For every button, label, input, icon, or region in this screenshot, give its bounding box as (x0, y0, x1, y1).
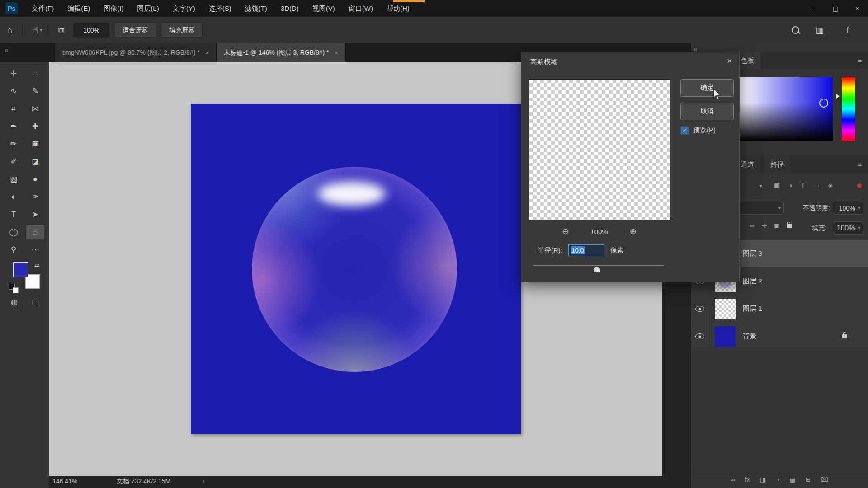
menu-select[interactable]: 选择(S) (202, 0, 238, 17)
share-icon[interactable]: ⇧ (840, 25, 856, 35)
ellipse-shape-tool[interactable]: ◯ (5, 225, 23, 239)
lock-all-icon[interactable] (787, 224, 792, 228)
radius-slider-thumb[interactable] (594, 267, 600, 272)
status-zoom-field[interactable]: 146.41% (52, 478, 77, 485)
fit-screen-button[interactable]: 适合屏幕 (114, 23, 156, 38)
screen-mode-rail-icon[interactable]: ▢ (32, 297, 39, 307)
panel-menu-icon[interactable]: ≡ (858, 56, 862, 65)
perspective-crop-tool[interactable]: ⋈ (26, 102, 44, 116)
blur-tool[interactable]: ● (26, 172, 44, 187)
filter-type-icon[interactable]: T (801, 182, 805, 189)
filter-shape-icon[interactable]: ▭ (813, 182, 819, 189)
close-tab-icon[interactable]: × (335, 49, 339, 56)
hue-slider-marker[interactable] (836, 94, 840, 99)
quick-selection-tool[interactable]: ✎ (26, 84, 44, 99)
zoom-tool[interactable]: ⚲ (5, 243, 23, 257)
menu-3d[interactable]: 3D(D) (274, 0, 306, 17)
adjustment-layer-icon[interactable]: ◑ (776, 476, 779, 483)
opacity-dropdown[interactable]: 100% ▾ (834, 202, 863, 215)
lasso-tool[interactable]: ∿ (5, 84, 23, 99)
eye-icon[interactable] (695, 306, 704, 312)
screen-mode-icon[interactable]: ⧉ (54, 25, 69, 35)
mixer-brush-tool[interactable]: ✐ (5, 155, 23, 169)
menu-window[interactable]: 窗口(W) (342, 0, 380, 17)
menu-file[interactable]: 文件(F) (25, 0, 61, 17)
preview-checkbox[interactable]: ✓ (680, 126, 689, 135)
type-tool[interactable]: T (5, 207, 23, 222)
hue-slider[interactable] (842, 77, 855, 141)
cancel-button[interactable]: 取消 (680, 103, 734, 120)
visibility-cell[interactable] (691, 323, 709, 350)
dialog-close-icon[interactable]: × (727, 56, 732, 66)
workspace-icon[interactable]: ▥ (811, 25, 828, 35)
swap-colors-icon[interactable]: ⇄ (34, 262, 39, 269)
panel-menu-icon[interactable]: ≡ (858, 160, 862, 169)
healing-brush-tool[interactable]: ✚ (26, 119, 44, 134)
zoom-out-icon[interactable]: ⊖ (562, 226, 569, 236)
collapse-panel-icon[interactable]: « (5, 46, 8, 54)
document-tab-2[interactable]: 未标题-1 @ 146% (图层 3, RGB/8#) * × (217, 43, 346, 62)
layer-effects-icon[interactable]: fx (745, 476, 750, 483)
chevron-down-icon[interactable]: ▾ (760, 183, 762, 189)
minimize-button[interactable]: – (803, 0, 825, 17)
blend-mode-dropdown[interactable]: ▾ (732, 202, 784, 215)
filter-pixel-icon[interactable]: ▦ (774, 182, 780, 189)
status-expand-icon[interactable]: › (203, 477, 205, 484)
move-tool[interactable]: ✛ (5, 66, 23, 81)
fill-dropdown[interactable]: 100% ▾ (834, 221, 863, 235)
eyedropper-tool[interactable]: ✒ (5, 119, 23, 134)
eraser-tool[interactable]: ◪ (26, 155, 44, 169)
delete-layer-icon[interactable]: ⌧ (821, 476, 828, 483)
layer-thumbnail[interactable] (715, 326, 736, 347)
color-picker-marker[interactable] (819, 99, 828, 108)
restore-button[interactable]: ▢ (825, 0, 846, 17)
menu-help[interactable]: 帮助(H) (380, 0, 416, 17)
document-canvas[interactable] (191, 104, 521, 434)
quick-mask-icon[interactable]: ◍ (11, 297, 18, 307)
visibility-cell[interactable] (691, 295, 709, 323)
document-tab-1[interactable]: timgNW606KPL.jpg @ 80.7% (图层 2, RGB/8#) … (55, 43, 217, 62)
lock-artboard-icon[interactable]: ▣ (774, 222, 779, 230)
layer-group-icon[interactable]: ▤ (790, 476, 796, 483)
path-selection-tool[interactable]: ➤ (26, 207, 44, 222)
layer-thumbnail[interactable] (715, 299, 736, 319)
tab-paths[interactable]: 路径 (764, 155, 790, 174)
pen-tool[interactable]: ✑ (26, 190, 44, 204)
zoom-100-button[interactable]: 100% (73, 23, 109, 38)
chevron-down-icon[interactable]: ▾ (40, 27, 42, 33)
clone-stamp-tool[interactable]: ▣ (26, 137, 44, 151)
color-picker-square[interactable] (740, 77, 833, 141)
crop-tool[interactable]: ⌗ (5, 102, 23, 116)
zoom-in-icon[interactable]: ⊕ (630, 226, 637, 236)
layer-row-background[interactable]: 背景 (691, 323, 868, 350)
new-layer-icon[interactable]: ⊞ (806, 476, 811, 483)
layer-mask-icon[interactable]: ◨ (760, 476, 766, 483)
gradient-tool[interactable]: ▧ (5, 172, 23, 187)
fill-screen-button[interactable]: 填充屏幕 (161, 23, 203, 38)
ok-button[interactable]: 确定 (680, 79, 734, 97)
more-tools-icon[interactable]: ⋯ (26, 243, 44, 257)
menu-edit[interactable]: 编辑(E) (61, 0, 97, 17)
menu-filter[interactable]: 滤镜(T) (238, 0, 274, 17)
layer-row-layer1[interactable]: 图层 1 (691, 295, 868, 323)
lock-paint-icon[interactable]: ✏ (750, 222, 755, 230)
filter-adjustment-icon[interactable]: ◑ (788, 182, 792, 189)
menu-image[interactable]: 图像(I) (97, 0, 130, 17)
radius-input[interactable]: 10.0 (568, 244, 604, 256)
radius-slider-track[interactable] (533, 265, 664, 266)
link-layers-icon[interactable]: ∞ (731, 476, 735, 483)
eye-icon[interactable] (695, 333, 704, 339)
blur-preview-box[interactable] (529, 79, 670, 220)
menu-view[interactable]: 视图(V) (306, 0, 342, 17)
default-colors-icon[interactable] (9, 284, 19, 294)
filter-smart-object-icon[interactable]: ◈ (828, 182, 833, 189)
layer-filter-toggle[interactable] (857, 183, 862, 188)
home-icon[interactable]: ⌂ (3, 25, 17, 35)
hand-tool[interactable]: ☝ (26, 225, 44, 239)
menu-layer[interactable]: 图层(L) (130, 0, 165, 17)
lock-position-icon[interactable]: ✛ (762, 222, 767, 230)
close-tab-icon[interactable]: × (205, 49, 209, 56)
brush-tool[interactable]: ✏ (5, 137, 23, 151)
dodge-tool[interactable]: ◐ (5, 190, 23, 204)
menu-type[interactable]: 文字(Y) (166, 0, 202, 17)
